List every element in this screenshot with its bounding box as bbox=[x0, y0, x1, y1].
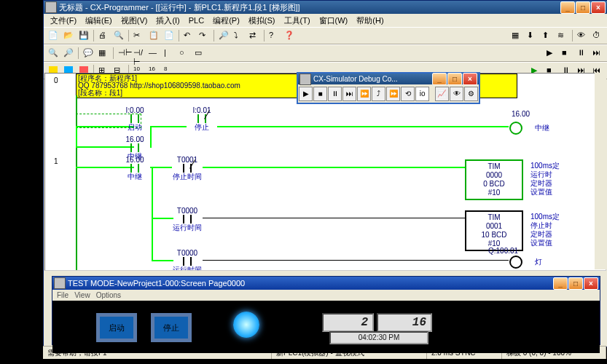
main-titlebar[interactable]: 无标题 - CX-Programmer - [[运行中] - 新PLC1.新程序… bbox=[44, 1, 607, 14]
rung-0-number: 0 bbox=[54, 76, 58, 84]
vline-icon[interactable]: | bbox=[162, 46, 176, 60]
test-titlebar[interactable]: TEST MODE-NewProject1-000:Screen Page000… bbox=[52, 277, 600, 290]
menu-window[interactable]: 窗口(W) bbox=[316, 15, 352, 27]
contact-nc-icon[interactable]: ⊣/⊢ bbox=[131, 46, 146, 60]
wire bbox=[203, 167, 465, 168]
sim-fast-icon[interactable]: ⏩ bbox=[386, 87, 400, 101]
zoomin-icon[interactable]: 🔍 bbox=[46, 46, 60, 60]
menu-view[interactable]: 视图(V) bbox=[117, 15, 152, 27]
test-min-button[interactable]: _ bbox=[553, 277, 568, 290]
copy-icon[interactable]: 📋 bbox=[146, 28, 161, 43]
vertical-scrollbar[interactable] bbox=[595, 73, 606, 269]
coil-16-00[interactable] bbox=[509, 122, 522, 135]
sim-cfg-icon[interactable]: ⚙ bbox=[464, 87, 478, 101]
test-menu-file[interactable]: File bbox=[57, 291, 68, 299]
sim-close-button[interactable]: × bbox=[463, 73, 477, 85]
sim-pause2-icon[interactable]: ⏸ bbox=[328, 87, 342, 101]
sim-stepout-icon[interactable]: ⤴ bbox=[372, 87, 385, 101]
toggle-grid-icon[interactable]: ▦ bbox=[96, 46, 111, 60]
menu-help[interactable]: 帮助(H) bbox=[353, 15, 387, 27]
contact-no-icon[interactable]: ⊣⊢ bbox=[116, 46, 130, 60]
cx-simulator-window[interactable]: CX-Simulator Debug Co... _ □ × ▶ ■ ⏸ ⏭ ⏩… bbox=[297, 72, 480, 104]
online-icon[interactable]: ▦ bbox=[509, 28, 524, 43]
sim-run-icon[interactable]: ▶ bbox=[299, 87, 313, 101]
sim-io-icon[interactable]: io bbox=[415, 87, 429, 101]
test-icon bbox=[54, 277, 66, 289]
run-icon[interactable]: ▶ bbox=[544, 46, 559, 60]
test-close-button[interactable]: × bbox=[584, 277, 598, 290]
compare-icon[interactable]: ≋ bbox=[555, 28, 570, 43]
maximize-button[interactable]: □ bbox=[576, 1, 590, 14]
contact-16-00a[interactable]: 16.00 中继 bbox=[118, 136, 152, 157]
hmi-clock: 04:02:30 PM bbox=[329, 331, 428, 344]
hmi-start-button[interactable]: 启动 bbox=[96, 313, 137, 342]
watch-icon[interactable]: ⏱ bbox=[590, 28, 605, 43]
sim-step2-icon[interactable]: ⏭ bbox=[342, 87, 356, 101]
sim-max-button[interactable]: □ bbox=[447, 73, 462, 85]
hmi-display-2: 16 bbox=[377, 313, 432, 332]
contact-i0-00[interactable]: I:0.00 启动 bbox=[118, 107, 152, 127]
download-icon[interactable]: ⬇ bbox=[525, 28, 539, 43]
test-menu-view[interactable]: View bbox=[74, 291, 90, 299]
contact-i0-01[interactable]: I:0.01 停止 bbox=[185, 107, 219, 127]
close-button[interactable]: × bbox=[591, 1, 606, 14]
cut-icon[interactable]: ✂ bbox=[131, 28, 146, 43]
wire bbox=[203, 218, 465, 218]
print-icon[interactable]: 🖨 bbox=[96, 28, 111, 43]
help-icon[interactable]: ? bbox=[267, 28, 281, 43]
hmi-lamp bbox=[233, 312, 259, 338]
contact-t0001[interactable]: T0001 停止时间 bbox=[171, 157, 204, 177]
whatsthis-icon[interactable]: ❓ bbox=[282, 28, 297, 43]
preview-icon[interactable]: 🔍 bbox=[111, 28, 126, 43]
find-icon[interactable]: 🔎 bbox=[216, 28, 231, 43]
instr-icon[interactable]: ▭ bbox=[192, 46, 207, 60]
sim-watch-icon[interactable]: 👁 bbox=[450, 87, 463, 101]
test-max-button[interactable]: □ bbox=[568, 277, 583, 290]
menu-plc[interactable]: PLC bbox=[185, 15, 208, 25]
hmi-stop-button[interactable]: 停止 bbox=[151, 313, 192, 342]
sim-reset-icon[interactable]: ⟲ bbox=[401, 87, 415, 101]
contact-16-00b[interactable]: 16.00 中继 bbox=[118, 157, 152, 177]
toolbar-1: 📄 📂 💾 🖨 🔍 ✂ 📋 📄 ↶ ↷ 🔎 ⤵ ⇄ ? ❓ ▦ ⬇ ⬆ ≋ 👁 … bbox=[44, 27, 607, 44]
wire bbox=[76, 126, 77, 148]
menu-edit[interactable]: 编辑(E) bbox=[82, 15, 116, 27]
zoomout-icon[interactable]: 🔎 bbox=[61, 46, 76, 60]
redo-icon[interactable]: ↷ bbox=[197, 28, 211, 43]
paste-icon[interactable]: 📄 bbox=[162, 28, 176, 43]
sim-min-button[interactable]: _ bbox=[432, 73, 447, 85]
contact-t0000a[interactable]: T0000 运行时间 bbox=[171, 207, 204, 228]
menu-file[interactable]: 文件(F) bbox=[47, 15, 80, 27]
step-icon[interactable]: ⏭ bbox=[590, 46, 605, 60]
sim-chart-icon[interactable]: 📈 bbox=[435, 87, 449, 101]
new-icon[interactable]: 📄 bbox=[46, 28, 60, 43]
sim-icon bbox=[299, 74, 311, 85]
monitor-icon[interactable]: 👁 bbox=[575, 28, 590, 43]
save-icon[interactable]: 💾 bbox=[77, 28, 91, 43]
menu-insert[interactable]: 插入(I) bbox=[152, 15, 183, 27]
replace-icon[interactable]: ⇄ bbox=[247, 28, 262, 43]
coil-icon[interactable]: ○ bbox=[177, 46, 192, 60]
sim-stepover-icon[interactable]: ⏩ bbox=[357, 87, 371, 101]
pause-icon[interactable]: ⏸ bbox=[575, 46, 590, 60]
test-mode-window[interactable]: TEST MODE-NewProject1-000:Screen Page000… bbox=[52, 276, 600, 345]
findnext-icon[interactable]: ⤵ bbox=[232, 28, 246, 43]
wire bbox=[217, 126, 509, 127]
stop-icon[interactable]: ■ bbox=[560, 46, 574, 60]
toggle-comment-icon[interactable]: 💬 bbox=[81, 46, 95, 60]
contact-t0000b[interactable]: T0000 运行时间 bbox=[171, 250, 204, 270]
sim-titlebar[interactable]: CX-Simulator Debug Co... _ □ × bbox=[298, 74, 479, 84]
timer-0000[interactable]: TIM 0000 0 BCD #10 bbox=[465, 159, 523, 200]
sim-stop2-icon[interactable]: ■ bbox=[313, 87, 327, 101]
undo-icon[interactable]: ↶ bbox=[181, 28, 196, 43]
menu-program[interactable]: 编程(P) bbox=[209, 15, 243, 27]
timer-0001[interactable]: TIM 0001 10 BCD #10 bbox=[465, 210, 523, 251]
minimize-button[interactable]: _ bbox=[560, 1, 575, 14]
upload-icon[interactable]: ⬆ bbox=[540, 28, 555, 43]
hline-icon[interactable]: — bbox=[146, 46, 161, 60]
test-menu-options[interactable]: Options bbox=[96, 291, 121, 299]
menu-simulate[interactable]: 模拟(S) bbox=[245, 15, 279, 27]
coil-q100-01[interactable] bbox=[509, 256, 522, 269]
coil-cmt: 中继 bbox=[535, 123, 549, 133]
menu-tools[interactable]: 工具(T) bbox=[281, 15, 314, 27]
open-icon[interactable]: 📂 bbox=[61, 28, 76, 43]
